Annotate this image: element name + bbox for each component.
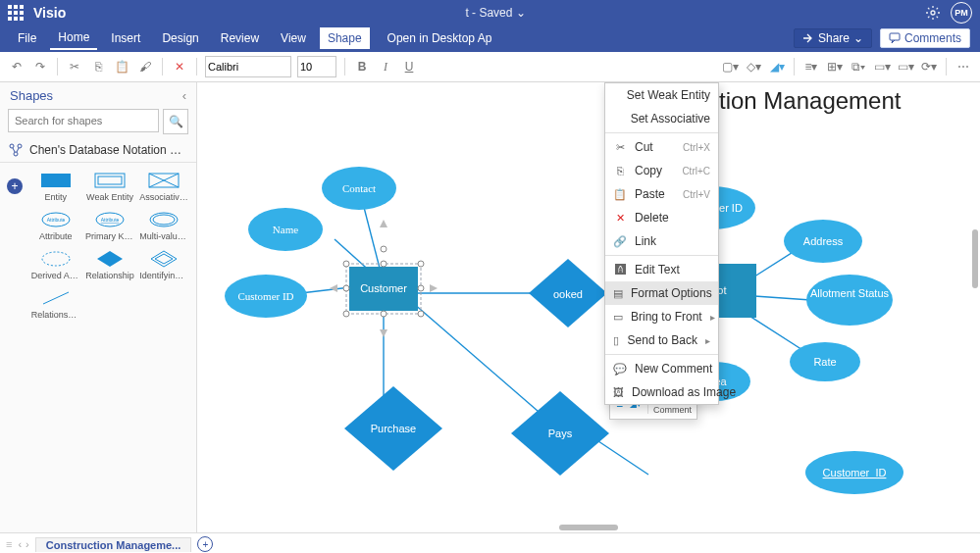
ctx-download-image[interactable]: 🖼Download as Image <box>605 380 718 404</box>
format-painter-icon[interactable]: 🖌 <box>136 58 154 75</box>
cut-icon[interactable]: ✂ <box>66 58 83 75</box>
group-icon[interactable]: ⧉▾ <box>850 58 867 75</box>
open-in-desktop[interactable]: Open in Desktop Ap <box>382 27 498 49</box>
shape-outline-icon[interactable]: ◇▾ <box>745 58 762 75</box>
shape-identifying[interactable]: Identifying ... <box>138 247 190 282</box>
page-tab-1[interactable]: Construction Manageme... <box>35 537 192 552</box>
next-page-icon[interactable]: › <box>26 538 29 550</box>
document-title-center[interactable]: t - Saved ⌄ <box>66 6 925 20</box>
redo-icon[interactable]: ↷ <box>31 58 49 75</box>
shape-weak-entity[interactable]: Weak Entity <box>83 169 135 204</box>
more-icon[interactable]: ⋯ <box>954 58 972 75</box>
vertical-scrollbar[interactable] <box>970 82 980 523</box>
delete-icon[interactable]: ✕ <box>171 58 188 75</box>
font-size-select[interactable] <box>297 56 336 77</box>
shape-multivalue[interactable]: Multi-value... <box>138 208 190 243</box>
comment-icon: 💬 <box>613 362 627 376</box>
ctx-edit-text[interactable]: 🅰Edit Text <box>605 258 718 281</box>
font-select[interactable] <box>205 56 291 77</box>
ctx-new-comment[interactable]: 💬New Comment <box>605 357 718 380</box>
align-icon[interactable]: ≡▾ <box>802 58 820 75</box>
svg-text:Allotment Status: Allotment Status <box>810 287 890 299</box>
ctx-link[interactable]: 🔗Link <box>605 229 718 253</box>
shape-booked[interactable]: ooked <box>529 259 607 327</box>
ribbon: ↶ ↷ ✂ ⎘ 📋 🖌 ✕ B I U ▢▾ ◇▾ ◢▾ ≡▾ ⊞▾ ⧉▾ ▭▾… <box>0 52 980 82</box>
rotate-icon[interactable]: ⟳▾ <box>920 58 938 75</box>
italic-icon[interactable]: I <box>377 58 394 75</box>
position-icon[interactable]: ⊞▾ <box>826 58 844 75</box>
delete-icon: ✕ <box>613 211 627 225</box>
shape-associative[interactable]: Associative ... <box>138 169 190 204</box>
bring-front-icon[interactable]: ▭▾ <box>873 58 891 75</box>
shape-entity[interactable]: Entity <box>29 169 81 204</box>
shape-effects-icon[interactable]: ◢▾ <box>768 58 786 75</box>
share-button[interactable]: Share⌄ <box>794 28 872 48</box>
ctx-set-assoc[interactable]: Set Associative <box>605 107 718 130</box>
prev-page-icon[interactable]: ‹ <box>18 538 22 550</box>
svg-text:Customer ID: Customer ID <box>237 290 293 302</box>
undo-icon[interactable]: ↶ <box>8 58 26 75</box>
menu-shape[interactable]: Shape <box>320 27 370 49</box>
underline-icon[interactable]: U <box>400 58 418 75</box>
svg-rect-6 <box>95 174 125 187</box>
menu-view[interactable]: View <box>273 27 314 49</box>
bold-icon[interactable]: B <box>353 58 371 75</box>
menu-file[interactable]: File <box>10 27 44 49</box>
settings-icon[interactable] <box>925 5 941 21</box>
svg-text:Pays: Pays <box>548 427 573 439</box>
menu-review[interactable]: Review <box>213 27 267 49</box>
shape-relationship[interactable]: Relationship <box>83 247 135 282</box>
svg-text:Purchase: Purchase <box>371 423 416 434</box>
shape-derived[interactable]: Derived Attr... <box>29 247 81 282</box>
app-name: Visio <box>33 5 66 21</box>
shape-relationship-line[interactable]: Relationship... <box>29 286 81 322</box>
bring-front-icon: ▭ <box>613 310 623 324</box>
cut-icon: ✂ <box>613 140 627 154</box>
image-icon: 🖼 <box>613 385 624 399</box>
svg-text:Attribute: Attribute <box>101 217 120 223</box>
horizontal-scrollbar[interactable] <box>197 523 980 532</box>
svg-point-38 <box>343 311 349 317</box>
comments-button[interactable]: Comments <box>880 28 970 48</box>
ctx-set-weak[interactable]: Set Weak Entity <box>605 83 718 107</box>
svg-rect-5 <box>41 174 71 187</box>
ctx-delete[interactable]: ✕Delete <box>605 206 718 229</box>
shape-fill-icon[interactable]: ▢▾ <box>721 58 739 75</box>
stencil-title[interactable]: Chen's Database Notation Sha... <box>29 143 188 157</box>
ctx-copy[interactable]: ⎘CopyCtrl+C <box>605 159 718 182</box>
send-back-icon[interactable]: ▭▾ <box>897 58 914 75</box>
share-icon <box>802 32 814 44</box>
svg-point-3 <box>18 144 22 148</box>
stencil-icon[interactable] <box>8 142 24 158</box>
ctx-cut[interactable]: ✂CutCtrl+X <box>605 135 718 159</box>
ctx-send-back[interactable]: ▯Send to Back▸ <box>605 328 718 352</box>
shape-search-input[interactable] <box>8 109 159 132</box>
ctx-paste[interactable]: 📋PasteCtrl+V <box>605 182 718 206</box>
menu-design[interactable]: Design <box>154 27 206 49</box>
tabs-menu-icon[interactable]: ≡ <box>6 538 12 550</box>
edit-text-icon: 🅰 <box>613 263 627 276</box>
add-page-button[interactable]: + <box>197 536 213 552</box>
ctx-format-options[interactable]: ▤Format Options <box>605 281 718 305</box>
shape-allotment[interactable] <box>806 275 893 326</box>
search-button[interactable]: 🔍 <box>163 109 188 134</box>
shape-attribute[interactable]: AttributeAttribute <box>29 208 81 243</box>
user-avatar[interactable]: PM <box>951 2 972 24</box>
svg-rect-7 <box>98 176 122 184</box>
collapse-pane-icon[interactable]: ‹ <box>182 88 186 103</box>
drawing-canvas[interactable]: ction Management Contact N <box>197 82 980 532</box>
shape-primary-key[interactable]: AttributePrimary Key ... <box>83 208 135 243</box>
copy-icon[interactable]: ⎘ <box>89 58 107 75</box>
svg-point-36 <box>343 261 349 267</box>
er-diagram: Contact Name Customer ID Customer ooked … <box>197 82 980 514</box>
menu-insert[interactable]: Insert <box>103 27 148 49</box>
svg-text:Customer_ID: Customer_ID <box>823 467 887 478</box>
paste-icon[interactable]: 📋 <box>113 58 130 75</box>
app-launcher-icon[interactable] <box>8 5 24 21</box>
svg-point-39 <box>418 311 424 317</box>
add-stencil-button[interactable]: + <box>7 178 23 194</box>
shapes-pane-title: Shapes <box>10 88 53 103</box>
ctx-bring-front[interactable]: ▭Bring to Front▸ <box>605 305 718 328</box>
shape-customer-id-key[interactable]: Customer_ID <box>805 451 903 494</box>
menu-home[interactable]: Home <box>50 26 97 50</box>
